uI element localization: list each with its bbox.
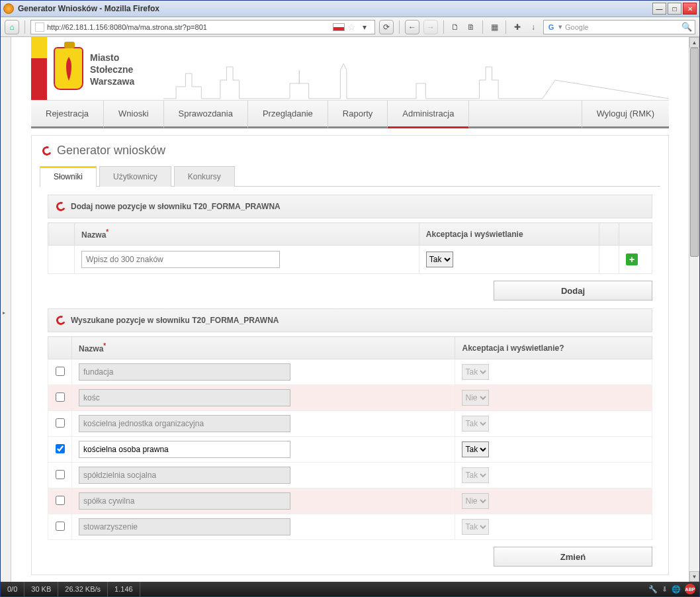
url-text: http://62.181.1.156:8080/ma/ma.strona.st… (47, 23, 207, 31)
page-header: Miasto Stołeczne Warszawa (31, 37, 669, 100)
add-section-header: Dodaj nowe pozycje w słowniku T20_FORMA_… (48, 195, 652, 218)
row-accept-select: Tak (462, 519, 489, 535)
row-name-input (79, 363, 290, 381)
url-bar[interactable]: http://62.181.1.156:8080/ma/ma.strona.st… (30, 20, 375, 34)
add-button[interactable]: Dodaj (494, 281, 652, 300)
row-accept-select[interactable]: Tak (462, 441, 489, 457)
forward-button[interactable]: → (423, 20, 438, 34)
status-cell: 26.32 KB/s (58, 582, 108, 596)
maximize-button[interactable]: □ (668, 3, 681, 15)
row-name-input (79, 492, 290, 510)
col-accept-header: Akceptacja i wyświetlanie? (455, 337, 652, 359)
col-accept-header: Akceptacja i wyświetlanie (419, 223, 599, 246)
search-placeholder: Google (565, 23, 588, 31)
accept-select[interactable]: Tak (426, 252, 453, 267)
scroll-down-icon[interactable]: ▼ (689, 571, 699, 582)
search-box[interactable]: G ▾ Google 🔍 (543, 20, 695, 34)
name-input[interactable] (81, 251, 280, 268)
row-checkbox[interactable] (56, 392, 65, 402)
status-cell: 1.146 (108, 582, 140, 596)
window-title: Generator Wniosków - Mozilla Firefox (18, 4, 652, 13)
vertical-scrollbar[interactable]: ▲ ▼ (689, 37, 699, 582)
bullet-icon (41, 145, 53, 157)
panel-title: Generator wniosków (32, 136, 668, 165)
table-row: Tak (48, 359, 652, 385)
row-name-input[interactable] (79, 441, 290, 458)
add-row-icon[interactable]: + (626, 253, 638, 265)
titlebar: Generator Wniosków - Mozilla Firefox — □… (1, 1, 699, 17)
nav-item-przeglądanie[interactable]: Przeglądanie (248, 101, 328, 128)
table-row: Tak (48, 437, 652, 463)
brand-stripe (31, 37, 47, 100)
reload-button[interactable]: ⟳ (379, 20, 394, 34)
nav-item-wnioski[interactable]: Wnioski (104, 101, 164, 128)
row-checkbox[interactable] (56, 496, 65, 505)
browser-toolbar: ⌂ http://62.181.1.156:8080/ma/ma.strona.… (1, 17, 699, 37)
download-icon[interactable]: ⬇ (662, 585, 668, 594)
tab-konkursy[interactable]: Konkursy (174, 166, 235, 187)
tab-użytkownicy[interactable]: Użytkownicy (99, 166, 171, 187)
globe-icon[interactable]: 🌐 (672, 585, 681, 594)
toolbar-icon-3[interactable]: ▦ (488, 21, 500, 33)
row-accept-select: Tak (462, 364, 489, 380)
search-icon[interactable]: 🔍 (681, 22, 692, 32)
row-name-input (79, 389, 290, 406)
tab-słowniki[interactable]: Słowniki (40, 166, 97, 187)
row-checkbox[interactable] (56, 418, 65, 428)
home-button[interactable]: ⌂ (5, 20, 19, 34)
table-row: Nie (48, 488, 652, 514)
wrench-icon[interactable]: 🔧 (648, 585, 658, 594)
google-icon: G (547, 23, 556, 32)
statusbar: 0/0 30 KB 26.32 KB/s 1.146 🔧 ⬇ 🌐 ABP (1, 582, 699, 596)
table-row: Tak (48, 411, 652, 437)
scroll-up-icon[interactable]: ▲ (689, 37, 699, 48)
logout-button[interactable]: Wyloguj (RMK) (582, 101, 669, 128)
sidebar-collapsed[interactable]: ▸ (1, 37, 11, 582)
city-crest-icon (54, 47, 83, 90)
row-accept-select: Nie (462, 493, 489, 509)
status-cell: 30 KB (24, 582, 58, 596)
row-accept-select: Nie (462, 390, 489, 406)
scroll-thumb[interactable] (690, 48, 699, 257)
bullet-icon (55, 314, 67, 326)
table-row: Nie (48, 385, 652, 411)
back-button[interactable]: ← (405, 20, 419, 34)
row-name-input (79, 518, 290, 535)
nav-item-raporty[interactable]: Raporty (328, 101, 388, 128)
flag-pl-icon (333, 23, 345, 31)
firefox-icon (3, 3, 14, 14)
toolbar-icon-5[interactable]: ↓ (527, 21, 539, 33)
abp-icon[interactable]: ABP (685, 584, 695, 594)
toolbar-icon-1[interactable]: 🗋 (449, 21, 461, 33)
row-accept-select: Tak (462, 467, 489, 483)
nav-item-rejestracja[interactable]: Rejestracja (31, 101, 104, 128)
change-button[interactable]: Zmień (494, 547, 652, 567)
row-checkbox[interactable] (56, 367, 65, 376)
row-name-input (79, 467, 290, 484)
row-checkbox[interactable] (56, 470, 65, 479)
dropdown-icon[interactable]: ▾ (359, 21, 371, 33)
tabs: SłownikiUżytkownicyKonkursy (40, 165, 660, 187)
bullet-icon (55, 201, 67, 212)
col-name-header: Nazwa* (75, 223, 419, 246)
row-name-input (79, 415, 290, 432)
toolbar-icon-4[interactable]: ✚ (511, 21, 523, 33)
toolbar-icon-2[interactable]: 🗎 (465, 21, 477, 33)
minimize-button[interactable]: — (652, 3, 666, 15)
main-nav: RejestracjaWnioskiSprawozdaniaPrzeglądan… (31, 100, 669, 128)
bookmark-star-icon[interactable]: ☆ (347, 22, 356, 32)
skyline-decoration (163, 60, 669, 100)
list-section-header: Wyszukane pozycje w słowniku T20_FORMA_P… (48, 308, 652, 332)
col-name-header: Nazwa* (72, 337, 455, 359)
table-row: Tak (48, 514, 652, 540)
row-accept-select: Tak (462, 416, 489, 432)
row-checkbox[interactable] (56, 444, 65, 453)
nav-item-administracja[interactable]: Administracja (388, 101, 469, 128)
nav-item-sprawozdania[interactable]: Sprawozdania (164, 101, 248, 128)
close-button[interactable]: ✕ (683, 3, 697, 15)
table-row: Tak (48, 463, 652, 488)
row-checkbox[interactable] (56, 522, 65, 531)
status-cell: 0/0 (1, 582, 24, 596)
page-icon (35, 23, 44, 32)
brand-text: Miasto Stołeczne Warszawa (90, 52, 134, 88)
